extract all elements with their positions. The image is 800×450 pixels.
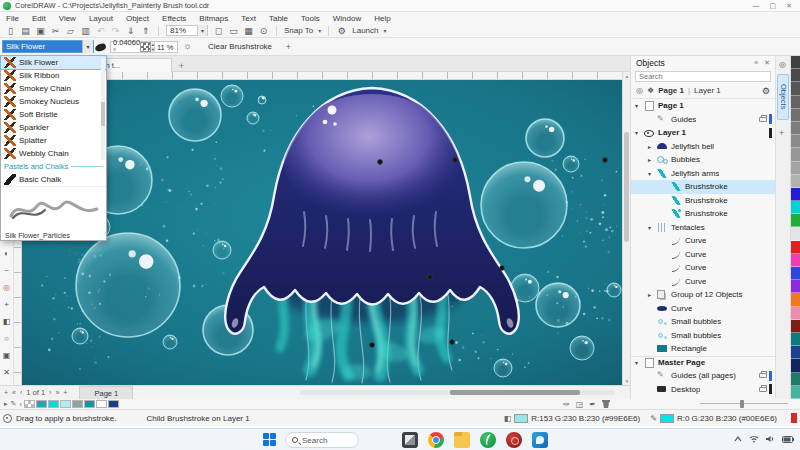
- expand-arrow[interactable]: ▸: [648, 156, 656, 163]
- palette-color[interactable]: [791, 122, 800, 135]
- battery-icon[interactable]: [782, 436, 794, 443]
- palette-color[interactable]: [791, 359, 800, 372]
- view-icon[interactable]: ◻: [213, 25, 224, 37]
- color-swatch[interactable]: [72, 400, 83, 408]
- tree-row[interactable]: Guides: [631, 113, 775, 127]
- menu-item[interactable]: View: [59, 14, 76, 23]
- brush-list-item[interactable]: Smokey Chain: [1, 82, 106, 95]
- expand-arrow[interactable]: ▾: [648, 224, 656, 231]
- palette-color[interactable]: [791, 280, 800, 293]
- tree-row[interactable]: Brushstroke: [631, 194, 775, 208]
- tree-row[interactable]: Curve: [631, 248, 775, 262]
- tree-row[interactable]: Guides (all pages): [631, 369, 775, 383]
- tree-row[interactable]: Curve: [631, 302, 775, 316]
- add-brush-button[interactable]: +: [282, 40, 295, 53]
- palette-color[interactable]: [791, 373, 800, 386]
- menu-item[interactable]: Layout: [89, 14, 113, 23]
- page-nav-button[interactable]: »: [55, 389, 59, 396]
- tree-row[interactable]: Curve: [631, 234, 775, 248]
- palette-color[interactable]: [791, 109, 800, 122]
- tool-icon[interactable]: ◎: [3, 279, 10, 296]
- palette-color[interactable]: [791, 386, 800, 399]
- tool-icon[interactable]: ◐: [4, 245, 9, 262]
- brush-list-item[interactable]: Sparkler: [1, 121, 106, 134]
- objects-search[interactable]: [635, 71, 771, 82]
- page-nav-button[interactable]: +: [63, 389, 67, 396]
- brush-list-item[interactable]: Splatter: [1, 134, 106, 147]
- speaker-icon[interactable]: [766, 435, 775, 443]
- tree-row[interactable]: ▾ Tentacles: [631, 221, 775, 235]
- expand-arrow[interactable]: ▸: [648, 143, 656, 150]
- close-icon[interactable]: ✕: [764, 59, 770, 67]
- palette-color[interactable]: [791, 214, 800, 227]
- view-icon[interactable]: ▭: [228, 25, 239, 37]
- brush-list-item[interactable]: Silk Flower: [1, 56, 106, 69]
- chevron-down-icon[interactable]: ▾: [82, 40, 93, 53]
- tree-row[interactable]: ▾ Layer 1: [631, 126, 775, 140]
- minimize-button[interactable]: —: [753, 2, 760, 10]
- vertical-scrollbar[interactable]: ▴ ▾: [622, 72, 630, 385]
- slider-thumb[interactable]: [740, 400, 744, 408]
- tree-row[interactable]: Desktop: [631, 383, 775, 397]
- tree-row[interactable]: Curve: [631, 275, 775, 289]
- wifi-icon[interactable]: [749, 435, 759, 443]
- page-nav-button[interactable]: «: [12, 389, 16, 396]
- search-input[interactable]: [636, 72, 770, 81]
- palette-color[interactable]: [791, 227, 800, 240]
- palette-color[interactable]: [791, 293, 800, 306]
- color-swatch[interactable]: [84, 400, 95, 408]
- tree-row[interactable]: Rectangle: [631, 342, 775, 356]
- toolbar-icon[interactable]: ▯: [5, 25, 16, 37]
- palette-color[interactable]: [791, 346, 800, 359]
- tree-row[interactable]: ▸ Group of 12 Objects: [631, 288, 775, 302]
- snap-to-button[interactable]: Snap To: [284, 26, 313, 35]
- brush-list-item[interactable]: Webbly Chain: [1, 147, 106, 160]
- edit-icon[interactable]: ✑: [563, 400, 570, 409]
- palette-icon[interactable]: ✎: [11, 400, 17, 408]
- tree-row[interactable]: ▾ Page 1: [631, 99, 775, 113]
- zoom-slider[interactable]: [700, 403, 788, 404]
- trash-icon[interactable]: [602, 400, 610, 408]
- expand-arrow[interactable]: ▾: [648, 170, 656, 177]
- clear-brushstroke-button[interactable]: Clear Brushstroke: [200, 40, 280, 53]
- palette-color[interactable]: [791, 320, 800, 333]
- page-nav-button[interactable]: +: [4, 389, 8, 396]
- palette-color[interactable]: [791, 69, 800, 82]
- tree-row[interactable]: ▸ Jellyfish bell: [631, 140, 775, 154]
- toolbar-icon[interactable]: ↶: [95, 25, 106, 37]
- tool-icon[interactable]: ○: [4, 330, 9, 347]
- palette-icon[interactable]: ‹: [19, 401, 21, 408]
- edit-icon[interactable]: ✒: [589, 400, 596, 409]
- color-swatch[interactable]: [48, 400, 59, 408]
- transparency-field[interactable]: 11 %: [154, 41, 178, 53]
- palette-color[interactable]: [791, 267, 800, 280]
- palette-color[interactable]: [791, 56, 800, 69]
- expand-arrow[interactable]: ▾: [635, 359, 643, 366]
- tree-row[interactable]: ▾ Master Page: [631, 356, 775, 370]
- filter-icon[interactable]: ❖: [647, 86, 654, 95]
- toolbar-icon[interactable]: ▥: [80, 25, 91, 37]
- add-docker-button[interactable]: +: [779, 128, 784, 138]
- chevron-down-icon[interactable]: ▾: [383, 27, 386, 34]
- photo-app-icon[interactable]: [506, 432, 522, 448]
- color-swatch[interactable]: [24, 400, 35, 408]
- printable-icon[interactable]: [759, 387, 767, 392]
- brush-style-combo[interactable]: Silk Flower ▾: [2, 40, 94, 53]
- tree-row[interactable]: ▸ Bubbles: [631, 153, 775, 167]
- pin-icon[interactable]: ◎: [779, 60, 786, 69]
- tree-row[interactable]: ▾ Jellyfish arms: [631, 167, 775, 181]
- chevron-down-icon[interactable]: ▾: [197, 25, 207, 36]
- toolbar-icon[interactable]: ▤: [20, 25, 31, 37]
- task-view-icon[interactable]: [402, 432, 418, 448]
- toolbar-icon[interactable]: ▱: [65, 25, 76, 37]
- scrollbar-thumb[interactable]: [624, 132, 629, 242]
- menu-item[interactable]: Effects: [162, 14, 186, 23]
- menu-item[interactable]: Window: [333, 14, 361, 23]
- scrollbar-thumb[interactable]: [450, 390, 580, 395]
- toolbar-icon[interactable]: ▣: [35, 25, 46, 37]
- chrome-icon[interactable]: [428, 432, 444, 448]
- brush-list-item[interactable]: Smokey Nucleus: [1, 95, 106, 108]
- docker-tab-objects[interactable]: Objects: [777, 74, 789, 120]
- view-icon[interactable]: ▦: [243, 25, 254, 37]
- taskbar-search[interactable]: Search: [285, 432, 359, 448]
